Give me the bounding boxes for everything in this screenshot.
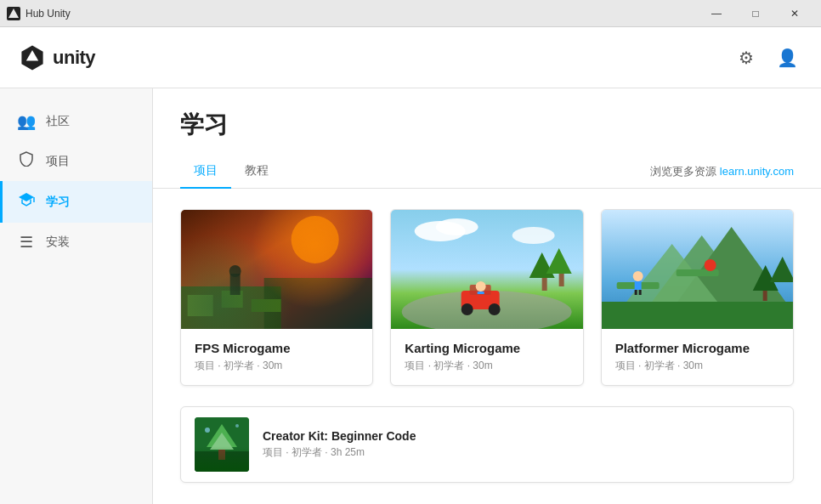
card-fps[interactable]: FPS Microgame 项目 · 初学者 · 30m bbox=[180, 209, 373, 386]
svg-rect-45 bbox=[195, 451, 249, 472]
platformer-card-title: Platformer Microgame bbox=[615, 341, 779, 355]
svg-point-17 bbox=[512, 227, 555, 244]
sidebar-label-projects: 项目 bbox=[46, 154, 70, 169]
card-image-karting bbox=[391, 210, 582, 329]
list-card-creator-kit[interactable]: Creator Kit: Beginner Code 项目 · 初学者 · 3h… bbox=[180, 406, 794, 483]
menu-icon: ☰ bbox=[17, 233, 36, 252]
title-bar: Hub Unity — □ ✕ bbox=[0, 0, 821, 27]
svg-rect-7 bbox=[181, 286, 281, 329]
sidebar-item-projects[interactable]: 项目 bbox=[0, 141, 152, 181]
app-icon bbox=[7, 7, 20, 20]
fps-image bbox=[181, 210, 372, 329]
svg-rect-33 bbox=[602, 302, 793, 329]
header-actions: ⚙ 👤 bbox=[729, 41, 804, 75]
svg-point-16 bbox=[436, 218, 478, 235]
svg-point-43 bbox=[704, 259, 716, 271]
creator-kit-title: Creator Kit: Beginner Code bbox=[263, 429, 779, 443]
community-icon: 👥 bbox=[17, 112, 36, 131]
graduation-icon bbox=[17, 191, 36, 212]
svg-point-24 bbox=[461, 303, 473, 315]
creator-kit-info: Creator Kit: Beginner Code 项目 · 初学者 · 3h… bbox=[263, 429, 779, 460]
external-link[interactable]: learn.unity.com bbox=[720, 165, 794, 178]
creator-kit-thumbnail bbox=[195, 417, 249, 472]
unity-logo-text: unity bbox=[53, 47, 95, 69]
svg-point-50 bbox=[235, 424, 239, 428]
svg-rect-42 bbox=[638, 290, 641, 295]
page-title: 学习 bbox=[180, 109, 794, 141]
svg-point-39 bbox=[632, 271, 643, 281]
card-image-platformer bbox=[602, 210, 793, 329]
svg-rect-10 bbox=[222, 291, 243, 308]
list-items: Creator Kit: Beginner Code 项目 · 初学者 · 3h… bbox=[180, 406, 794, 483]
svg-point-25 bbox=[489, 303, 501, 315]
window-title: Hub Unity bbox=[25, 8, 697, 20]
card-image-fps bbox=[181, 210, 372, 329]
app-header: unity ⚙ 👤 bbox=[0, 27, 821, 88]
gear-icon: ⚙ bbox=[739, 48, 754, 68]
tab-projects[interactable]: 项目 bbox=[180, 155, 231, 189]
card-platformer[interactable]: Platformer Microgame 项目 · 初学者 · 30m bbox=[601, 209, 794, 386]
account-icon: 👤 bbox=[777, 48, 798, 68]
fps-card-meta: 项目 · 初学者 · 30m bbox=[195, 359, 359, 373]
karting-card-meta: 项目 · 初学者 · 30m bbox=[405, 359, 569, 373]
close-button[interactable]: ✕ bbox=[775, 0, 814, 27]
unity-logo-icon bbox=[17, 42, 48, 73]
minimize-button[interactable]: — bbox=[697, 0, 736, 27]
settings-button[interactable]: ⚙ bbox=[729, 41, 763, 75]
window-controls: — □ ✕ bbox=[697, 0, 814, 27]
karting-card-info: Karting Microgame 项目 · 初学者 · 30m bbox=[391, 329, 582, 385]
app-container: unity ⚙ 👤 👥 社区 项目 bbox=[0, 27, 821, 504]
external-link-container: 浏览更多资源 learn.unity.com bbox=[650, 156, 794, 188]
maximize-button[interactable]: □ bbox=[736, 0, 775, 27]
svg-rect-41 bbox=[634, 290, 637, 295]
shield-icon bbox=[17, 151, 36, 171]
svg-point-27 bbox=[476, 281, 486, 292]
svg-rect-5 bbox=[181, 210, 372, 329]
svg-rect-21 bbox=[559, 274, 564, 286]
sidebar-item-learn[interactable]: 学习 bbox=[0, 181, 152, 223]
svg-rect-35 bbox=[762, 291, 767, 301]
sidebar-item-community[interactable]: 👥 社区 bbox=[0, 102, 152, 141]
fps-card-title: FPS Microgame bbox=[195, 341, 359, 355]
sidebar: 👥 社区 项目 学习 bbox=[0, 88, 153, 504]
sidebar-label-installs: 安装 bbox=[46, 235, 70, 250]
karting-card-title: Karting Microgame bbox=[405, 341, 569, 355]
tabs-bar: 项目 教程 浏览更多资源 learn.unity.com bbox=[153, 155, 821, 189]
content-area: 学习 项目 教程 浏览更多资源 learn.unity.com bbox=[153, 88, 821, 504]
creator-kit-meta: 项目 · 初学者 · 3h 25m bbox=[263, 445, 779, 460]
svg-rect-9 bbox=[188, 295, 213, 316]
platformer-card-info: Platformer Microgame 项目 · 初学者 · 30m bbox=[602, 329, 793, 385]
platformer-card-meta: 项目 · 初学者 · 30m bbox=[615, 359, 779, 373]
cards-grid: FPS Microgame 项目 · 初学者 · 30m bbox=[180, 209, 794, 386]
svg-rect-48 bbox=[218, 450, 225, 460]
svg-rect-11 bbox=[252, 299, 281, 312]
sidebar-label-learn: 学习 bbox=[46, 195, 70, 210]
external-link-prefix: 浏览更多资源 bbox=[650, 164, 716, 179]
svg-rect-28 bbox=[478, 292, 484, 294]
page-header: 学习 bbox=[153, 88, 821, 141]
svg-rect-8 bbox=[264, 278, 373, 329]
sidebar-item-installs[interactable]: ☰ 安装 bbox=[0, 223, 152, 262]
tab-tutorials[interactable]: 教程 bbox=[231, 155, 282, 189]
sidebar-label-community: 社区 bbox=[46, 114, 70, 129]
svg-rect-19 bbox=[542, 278, 547, 291]
svg-rect-12 bbox=[230, 274, 241, 295]
unity-logo: unity bbox=[17, 42, 95, 73]
main-layout: 👥 社区 项目 学习 bbox=[0, 88, 821, 504]
fps-card-info: FPS Microgame 项目 · 初学者 · 30m bbox=[181, 329, 372, 385]
svg-marker-3 bbox=[19, 193, 34, 201]
account-button[interactable]: 👤 bbox=[770, 41, 804, 75]
svg-point-6 bbox=[292, 216, 339, 263]
card-karting[interactable]: Karting Microgame 项目 · 初学者 · 30m bbox=[390, 209, 583, 386]
svg-point-13 bbox=[229, 265, 241, 277]
svg-point-49 bbox=[205, 428, 210, 433]
svg-rect-40 bbox=[634, 281, 641, 290]
content-body: FPS Microgame 项目 · 初学者 · 30m bbox=[153, 189, 821, 503]
